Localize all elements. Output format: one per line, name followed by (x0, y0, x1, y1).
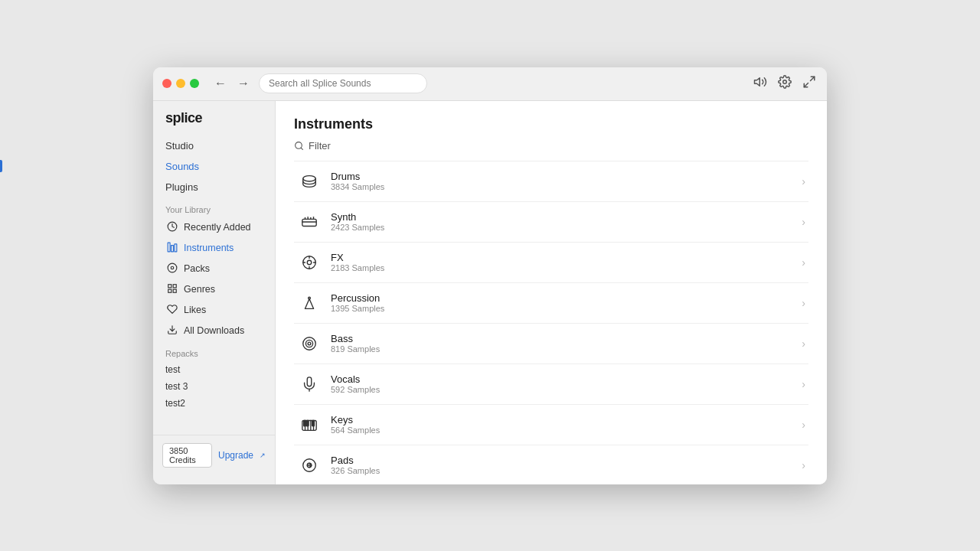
svg-point-17 (303, 175, 316, 181)
pads-chevron: › (802, 459, 805, 471)
instrument-item-synth[interactable]: Synth 2423 Samples › (294, 202, 808, 243)
keys-info: Keys 564 Samples (331, 414, 802, 435)
synth-count: 2423 Samples (331, 223, 802, 232)
bass-name: Bass (331, 333, 802, 344)
upgrade-link[interactable]: Upgrade (218, 450, 253, 461)
titlebar-actions (752, 73, 818, 93)
instrument-item-pads[interactable]: Pads 326 Samples › (294, 445, 808, 484)
close-button[interactable] (162, 79, 172, 88)
vocals-name: Vocals (331, 373, 802, 385)
filter-row[interactable]: Filter (294, 140, 808, 152)
fx-count: 2183 Samples (331, 263, 802, 272)
svg-rect-40 (312, 420, 315, 425)
svg-rect-6 (172, 245, 174, 251)
vocals-chevron: › (802, 378, 805, 390)
all-downloads-icon (165, 324, 179, 337)
all-downloads-label: All Downloads (184, 325, 244, 336)
forward-button[interactable]: → (234, 75, 253, 92)
drums-count: 3834 Samples (331, 182, 802, 191)
keys-chevron: › (802, 419, 805, 431)
repack-item-test[interactable]: test (153, 361, 275, 378)
minimize-button[interactable] (176, 79, 185, 88)
svg-line-3 (804, 83, 808, 87)
instruments-section-title: Instruments (294, 116, 808, 132)
instrument-item-drums[interactable]: Drums 3834 Samples › (294, 161, 808, 202)
library-section-label: Your Library (153, 197, 275, 217)
svg-line-26 (309, 298, 314, 308)
instrument-item-keys[interactable]: Keys 564 Samples › (294, 405, 808, 445)
svg-point-30 (305, 340, 312, 347)
sidebar-item-instruments[interactable]: Instruments (153, 238, 275, 259)
recently-added-label: Recently Added (184, 222, 251, 233)
pads-count: 326 Samples (331, 466, 802, 475)
studio-label: Studio (165, 140, 194, 152)
sidebar-item-all-downloads[interactable]: All Downloads (153, 321, 275, 341)
svg-point-1 (783, 80, 787, 84)
percussion-icon (297, 291, 322, 315)
svg-point-29 (303, 337, 316, 350)
sidebar-item-sounds[interactable]: Sounds (153, 156, 275, 177)
instrument-item-bass[interactable]: Bass 819 Samples › (294, 324, 808, 364)
svg-point-31 (308, 342, 311, 345)
svg-point-28 (309, 297, 311, 299)
audio-icon-button[interactable] (752, 73, 769, 93)
sidebar-item-packs[interactable]: Packs (153, 259, 275, 279)
filter-icon (294, 141, 304, 151)
sidebar-item-genres[interactable]: Genres (153, 279, 275, 300)
fx-chevron: › (802, 256, 805, 269)
sidebar-item-recently-added[interactable]: Recently Added (153, 217, 275, 238)
keys-count: 564 Samples (331, 425, 802, 435)
svg-rect-7 (175, 243, 177, 251)
percussion-name: Percussion (331, 292, 802, 304)
vocals-count: 592 Samples (331, 385, 802, 394)
pads-info: Pads 326 Samples (331, 455, 802, 475)
app-logo: splice (153, 110, 275, 135)
sidebar-item-plugins[interactable]: Plugins (153, 177, 275, 197)
expand-icon-button[interactable] (801, 73, 818, 93)
sidebar-item-likes[interactable]: Likes (153, 300, 275, 321)
sidebar-item-studio[interactable]: Studio (153, 135, 275, 156)
bass-info: Bass 819 Samples (331, 333, 802, 354)
main-layout: splice Studio Sounds Plugins Your Librar… (153, 101, 827, 484)
search-bar (259, 73, 427, 93)
repack-item-test3[interactable]: test 3 (153, 378, 275, 395)
genres-label: Genres (184, 284, 215, 295)
instrument-item-vocals[interactable]: Vocals 592 Samples › (294, 364, 808, 405)
synth-info: Synth 2423 Samples (331, 211, 802, 232)
window-controls (162, 79, 199, 88)
svg-point-9 (171, 266, 174, 269)
drums-name: Drums (331, 171, 802, 182)
svg-line-27 (305, 298, 310, 308)
app-window: ← → (153, 67, 827, 484)
fx-name: FX (331, 252, 802, 263)
svg-rect-13 (173, 289, 176, 292)
settings-icon-button[interactable] (776, 73, 793, 93)
search-input[interactable] (259, 73, 427, 93)
svg-marker-0 (755, 78, 760, 86)
synth-chevron: › (802, 216, 805, 228)
instrument-item-percussion[interactable]: Percussion 1395 Samples › (294, 283, 808, 324)
keys-icon (297, 412, 322, 437)
drums-chevron: › (802, 175, 805, 187)
svg-rect-39 (306, 420, 309, 425)
back-button[interactable]: ← (211, 75, 230, 92)
drums-info: Drums 3834 Samples (331, 171, 802, 191)
svg-line-2 (811, 77, 815, 80)
packs-icon (165, 262, 179, 276)
percussion-info: Percussion 1395 Samples (331, 292, 802, 313)
pads-name: Pads (331, 455, 802, 466)
credits-badge: 3850 Credits (162, 443, 212, 468)
repack-item-test2[interactable]: test2 (153, 395, 275, 412)
filter-label: Filter (309, 140, 331, 152)
repacks-section-label: Repacks (153, 341, 275, 361)
sidebar-bottom: 3850 Credits Upgrade ↗ (153, 435, 275, 475)
maximize-button[interactable] (190, 79, 199, 88)
svg-rect-18 (302, 219, 316, 226)
likes-icon (165, 304, 179, 317)
bass-count: 819 Samples (331, 344, 802, 354)
svg-rect-10 (168, 284, 172, 287)
bass-chevron: › (802, 337, 805, 350)
percussion-count: 1395 Samples (331, 304, 802, 313)
fx-icon (297, 250, 322, 275)
instrument-item-fx[interactable]: FX 2183 Samples › (294, 243, 808, 283)
